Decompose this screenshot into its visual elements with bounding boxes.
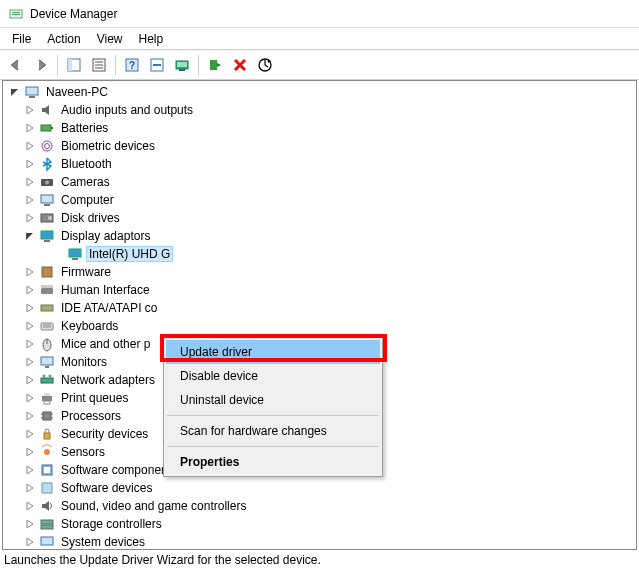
expander-icon[interactable]	[22, 535, 37, 550]
expander-icon[interactable]	[22, 445, 37, 460]
tree-category[interactable]: Bluetooth	[5, 155, 636, 173]
enable-device-button[interactable]	[203, 53, 227, 77]
expander-icon[interactable]	[7, 85, 22, 100]
context-menu: Update driver Disable device Uninstall d…	[163, 337, 383, 477]
expander-icon[interactable]	[22, 157, 37, 172]
network-icon	[39, 372, 55, 388]
expander-icon[interactable]	[22, 301, 37, 316]
tree-category[interactable]: Software devices	[5, 479, 636, 497]
tree-category[interactable]: Human Interface	[5, 281, 636, 299]
printer-icon	[39, 390, 55, 406]
tree-category[interactable]: Storage controllers	[5, 515, 636, 533]
tree-label: Display adaptors	[58, 228, 153, 244]
tree-category[interactable]: Cameras	[5, 173, 636, 191]
biometric-icon	[39, 138, 55, 154]
tree-root[interactable]: Naveen-PC	[5, 83, 636, 101]
tree-category[interactable]: Audio inputs and outputs	[5, 101, 636, 119]
properties-button[interactable]	[87, 53, 111, 77]
expander-icon[interactable]	[22, 355, 37, 370]
menu-file[interactable]: File	[4, 30, 39, 48]
expander-icon[interactable]	[22, 499, 37, 514]
expander-icon[interactable]	[22, 121, 37, 136]
back-button[interactable]	[4, 53, 28, 77]
svg-rect-37	[41, 305, 53, 311]
sound-icon	[39, 498, 55, 514]
software-component-icon	[39, 462, 55, 478]
tree-label: Keyboards	[58, 318, 121, 334]
tree-label: Storage controllers	[58, 516, 165, 532]
expander-icon[interactable]	[22, 283, 37, 298]
menu-view[interactable]: View	[89, 30, 131, 48]
disk-icon	[39, 210, 55, 226]
help-button[interactable]: ?	[120, 53, 144, 77]
tree-device-label: Intel(R) UHD G	[86, 246, 173, 262]
svg-point-57	[44, 449, 50, 455]
tree-category-display[interactable]: Display adaptors	[5, 227, 636, 245]
tree-category[interactable]: Sound, video and game controllers	[5, 497, 636, 515]
tree-label: Bluetooth	[58, 156, 115, 172]
expander-icon[interactable]	[22, 265, 37, 280]
tree-label: Disk drives	[58, 210, 123, 226]
expander-icon[interactable]	[22, 427, 37, 442]
menu-help[interactable]: Help	[131, 30, 172, 48]
window-title: Device Manager	[30, 7, 117, 21]
action-button[interactable]	[145, 53, 169, 77]
svg-point-46	[43, 375, 46, 378]
ctx-separator	[167, 446, 379, 447]
computer-icon	[24, 84, 40, 100]
svg-rect-61	[41, 520, 53, 524]
svg-rect-33	[72, 258, 78, 260]
svg-rect-21	[51, 127, 53, 129]
tree-category[interactable]: Disk drives	[5, 209, 636, 227]
expander-icon[interactable]	[22, 175, 37, 190]
processor-icon	[39, 408, 55, 424]
tree-category[interactable]: Batteries	[5, 119, 636, 137]
ctx-scan-hardware[interactable]: Scan for hardware changes	[166, 419, 380, 443]
tree-category[interactable]: System devices	[5, 533, 636, 550]
tree-category[interactable]: Firmware	[5, 263, 636, 281]
expander-icon[interactable]	[22, 481, 37, 496]
ctx-separator	[167, 415, 379, 416]
update-driver-button[interactable]	[170, 53, 194, 77]
tree-device-intel-uhd[interactable]: Intel(R) UHD G	[5, 245, 636, 263]
ctx-properties[interactable]: Properties	[166, 450, 380, 474]
toolbar: ?	[0, 50, 639, 80]
ctx-update-driver[interactable]: Update driver	[166, 340, 380, 364]
svg-rect-12	[153, 64, 161, 66]
monitor-icon	[39, 354, 55, 370]
tree-label: Sound, video and game controllers	[58, 498, 249, 514]
scan-hardware-button[interactable]	[253, 53, 277, 77]
show-hide-tree-button[interactable]	[62, 53, 86, 77]
tree-category[interactable]: IDE ATA/ATAPI co	[5, 299, 636, 317]
tree-root-label: Naveen-PC	[43, 84, 111, 100]
security-icon	[39, 426, 55, 442]
expander-icon[interactable]	[22, 229, 37, 244]
svg-rect-1	[12, 12, 20, 13]
expander-icon[interactable]	[22, 409, 37, 424]
tree-category[interactable]: Biometric devices	[5, 137, 636, 155]
device-tree[interactable]: Naveen-PC Audio inputs and outputs Batte…	[3, 81, 636, 550]
menu-action[interactable]: Action	[39, 30, 88, 48]
expander-icon[interactable]	[22, 391, 37, 406]
expander-icon[interactable]	[22, 319, 37, 334]
firmware-icon	[39, 264, 55, 280]
expander-icon[interactable]	[22, 373, 37, 388]
storage-icon	[39, 516, 55, 532]
svg-rect-43	[41, 357, 53, 365]
expander-icon[interactable]	[22, 139, 37, 154]
software-device-icon	[39, 480, 55, 496]
svg-rect-44	[45, 366, 49, 368]
expander-icon[interactable]	[22, 103, 37, 118]
forward-button[interactable]	[29, 53, 53, 77]
expander-icon[interactable]	[22, 517, 37, 532]
ctx-uninstall-device[interactable]: Uninstall device	[166, 388, 380, 412]
expander-icon[interactable]	[22, 211, 37, 226]
tree-category[interactable]: Keyboards	[5, 317, 636, 335]
tree-label: Biometric devices	[58, 138, 158, 154]
ctx-disable-device[interactable]: Disable device	[166, 364, 380, 388]
expander-icon[interactable]	[22, 193, 37, 208]
expander-icon[interactable]	[22, 463, 37, 478]
expander-icon[interactable]	[22, 337, 37, 352]
uninstall-button[interactable]	[228, 53, 252, 77]
tree-category[interactable]: Computer	[5, 191, 636, 209]
